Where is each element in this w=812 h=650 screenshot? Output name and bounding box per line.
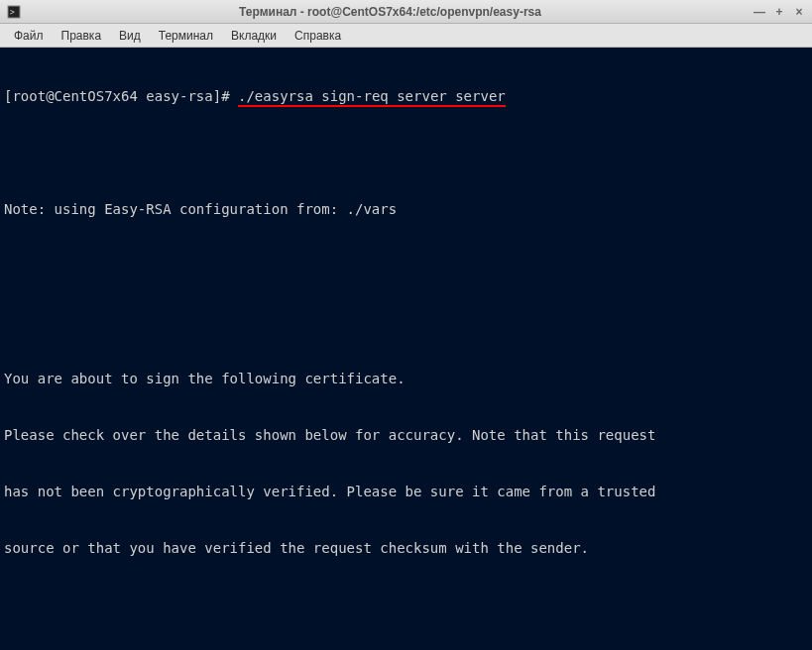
blank-line — [4, 257, 808, 275]
terminal-window: > Терминал - root@CentOS7x64:/etc/openvp… — [0, 0, 812, 650]
titlebar: > Терминал - root@CentOS7x64:/etc/openvp… — [0, 0, 812, 24]
menu-file[interactable]: Файл — [6, 27, 52, 45]
menu-view[interactable]: Вид — [111, 27, 149, 45]
menubar: Файл Правка Вид Терминал Вкладки Справка — [0, 24, 812, 48]
blank-line — [4, 144, 808, 162]
prompt: [root@CentOS7x64 easy-rsa]# — [4, 88, 238, 104]
minimize-button[interactable]: — — [753, 5, 766, 19]
close-button[interactable]: × — [792, 5, 806, 19]
output-line: source or that you have verified the req… — [4, 539, 808, 558]
output-line: You are about to sign the following cert… — [4, 370, 808, 388]
prompt-line: [root@CentOS7x64 easy-rsa]# ./easyrsa si… — [4, 87, 808, 106]
svg-text:>: > — [10, 8, 15, 17]
command: ./easyrsa sign-req server server — [238, 88, 506, 107]
blank-line — [4, 596, 808, 614]
output-line: Please check over the details shown belo… — [4, 426, 808, 445]
terminal-output[interactable]: [root@CentOS7x64 easy-rsa]# ./easyrsa si… — [0, 48, 812, 650]
menu-help[interactable]: Справка — [287, 27, 349, 45]
maximize-button[interactable]: + — [772, 5, 786, 19]
window-title: Терминал - root@CentOS7x64:/etc/openvpn/… — [28, 5, 753, 19]
output-line: has not been cryptographically verified.… — [4, 483, 808, 501]
blank-line — [4, 313, 808, 332]
output-line: Note: using Easy-RSA configuration from:… — [4, 200, 808, 219]
menu-tabs[interactable]: Вкладки — [223, 27, 285, 45]
menu-edit[interactable]: Правка — [54, 27, 110, 45]
window-controls: — + × — [753, 5, 806, 19]
app-icon: > — [6, 4, 22, 20]
menu-terminal[interactable]: Терминал — [151, 27, 221, 45]
